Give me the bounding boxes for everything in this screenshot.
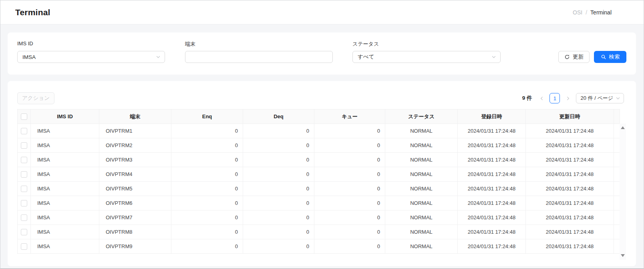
cell-ims-id: IMSA (31, 167, 99, 182)
row-checkbox[interactable] (21, 128, 27, 134)
column-header-updated: 更新日時 (526, 109, 614, 124)
cell-created: 2024/01/31 17:24:48 (458, 210, 526, 225)
cell-ims-id: IMSA (31, 182, 99, 196)
row-checkbox[interactable] (21, 186, 27, 192)
row-checkbox[interactable] (21, 243, 27, 250)
cell-deq: 0 (243, 225, 314, 239)
cell-status: NORMAL (385, 138, 458, 153)
table-row: IMSA OIVPTRM2 0 0 0 NORMAL 2024/01/31 17… (18, 138, 620, 153)
cell-queue: 0 (314, 210, 385, 225)
chevron-right-icon (566, 96, 570, 101)
status-select[interactable]: すべて (352, 51, 501, 63)
cell-terminal: OIVPTRM5 (99, 182, 171, 196)
ims-id-select[interactable]: IMSA (17, 51, 165, 63)
table-body: IMSA OIVPTRM1 0 0 0 NORMAL 2024/01/31 17… (18, 124, 620, 254)
cell-deq: 0 (243, 153, 314, 167)
cell-terminal: OIVPTRM3 (99, 153, 171, 167)
cell-enq: 0 (171, 225, 243, 239)
table-row: IMSA OIVPTRM9 0 0 0 NORMAL 2024/01/31 17… (18, 239, 620, 254)
page-size-select[interactable]: 20 件 / ページ (576, 93, 624, 103)
cell-queue: 0 (314, 239, 385, 254)
cell-filler (614, 196, 620, 210)
cell-created: 2024/01/31 17:24:48 (458, 196, 526, 210)
cell-filler (614, 138, 620, 153)
cell-terminal: OIVPTRM8 (99, 225, 171, 239)
chevron-down-icon (616, 96, 620, 101)
table-row: IMSA OIVPTRM8 0 0 0 NORMAL 2024/01/31 17… (18, 225, 620, 239)
chevron-down-icon (156, 55, 161, 59)
prev-page-button[interactable] (537, 93, 546, 103)
search-button[interactable]: 検索 (594, 51, 626, 63)
cell-filler (614, 124, 620, 138)
pagination: 9 件 1 20 件 / ページ (522, 92, 624, 104)
next-page-button[interactable] (564, 93, 572, 103)
cell-status: NORMAL (385, 196, 458, 210)
cell-deq: 0 (243, 138, 314, 153)
cell-updated: 2024/01/31 17:24:48 (526, 239, 614, 254)
row-checkbox[interactable] (21, 171, 27, 178)
cell-ims-id: IMSA (31, 210, 99, 225)
row-checkbox[interactable] (21, 229, 27, 235)
cell-terminal: OIVPTRM7 (99, 210, 171, 225)
cell-filler (614, 167, 620, 182)
cell-enq: 0 (171, 196, 243, 210)
cell-enq: 0 (171, 124, 243, 138)
table-row: IMSA OIVPTRM5 0 0 0 NORMAL 2024/01/31 17… (18, 182, 620, 196)
status-field-group: ステータス すべて (352, 32, 501, 75)
status-select-value: すべて (358, 53, 374, 61)
refresh-button[interactable]: 更新 (558, 51, 590, 63)
cell-ims-id: IMSA (31, 138, 99, 153)
select-all-checkbox[interactable] (21, 113, 27, 120)
cell-deq: 0 (243, 167, 314, 182)
cell-created: 2024/01/31 17:24:48 (458, 182, 526, 196)
page-title: Terminal (15, 8, 50, 17)
row-checkbox[interactable] (21, 214, 27, 221)
cell-ims-id: IMSA (31, 196, 99, 210)
search-button-label: 検索 (609, 53, 620, 61)
table-row: IMSA OIVPTRM6 0 0 0 NORMAL 2024/01/31 17… (18, 196, 620, 210)
cell-updated: 2024/01/31 17:24:48 (526, 124, 614, 138)
cell-deq: 0 (243, 239, 314, 254)
cell-enq: 0 (171, 167, 243, 182)
breadcrumb-item-current: Terminal (590, 9, 612, 16)
status-label: ステータス (352, 40, 379, 48)
cell-created: 2024/01/31 17:24:48 (458, 124, 526, 138)
cell-filler (614, 182, 620, 196)
terminal-table: IMS ID 端末 Enq Deq キュー ステータス 登録日時 更新日時 IM… (17, 109, 620, 254)
column-header-queue: キュー (314, 109, 385, 124)
cell-created: 2024/01/31 17:24:48 (458, 167, 526, 182)
cell-queue: 0 (314, 225, 385, 239)
cell-status: NORMAL (385, 167, 458, 182)
cell-created: 2024/01/31 17:24:48 (458, 239, 526, 254)
cell-filler (614, 153, 620, 167)
content-area: IMS ID IMSA 端末 ステータス すべて (0, 24, 644, 268)
cell-ims-id: IMSA (31, 239, 99, 254)
cell-queue: 0 (314, 138, 385, 153)
cell-updated: 2024/01/31 17:24:48 (526, 196, 614, 210)
terminal-input[interactable] (185, 51, 333, 63)
cell-updated: 2024/01/31 17:24:48 (526, 138, 614, 153)
triangle-down-icon[interactable] (621, 254, 625, 257)
breadcrumb-item-osi[interactable]: OSI (573, 9, 582, 16)
row-checkbox[interactable] (21, 200, 27, 206)
cell-queue: 0 (314, 167, 385, 182)
cell-enq: 0 (171, 182, 243, 196)
column-header-ims-id: IMS ID (31, 109, 99, 124)
page-number-button[interactable]: 1 (549, 93, 560, 103)
cell-terminal: OIVPTRM9 (99, 239, 171, 254)
column-header-enq: Enq (171, 109, 243, 124)
action-button[interactable]: アクション (17, 92, 54, 104)
cell-status: NORMAL (385, 153, 458, 167)
cell-status: NORMAL (385, 239, 458, 254)
cell-updated: 2024/01/31 17:24:48 (526, 153, 614, 167)
cell-queue: 0 (314, 153, 385, 167)
vertical-scrollbar[interactable] (620, 123, 626, 260)
row-checkbox[interactable] (21, 142, 27, 149)
column-header-created: 登録日時 (458, 109, 526, 124)
cell-ims-id: IMSA (31, 124, 99, 138)
row-checkbox[interactable] (21, 157, 27, 163)
chevron-down-icon (491, 55, 496, 59)
cell-deq: 0 (243, 124, 314, 138)
triangle-up-icon[interactable] (621, 126, 625, 129)
refresh-button-label: 更新 (573, 53, 584, 61)
